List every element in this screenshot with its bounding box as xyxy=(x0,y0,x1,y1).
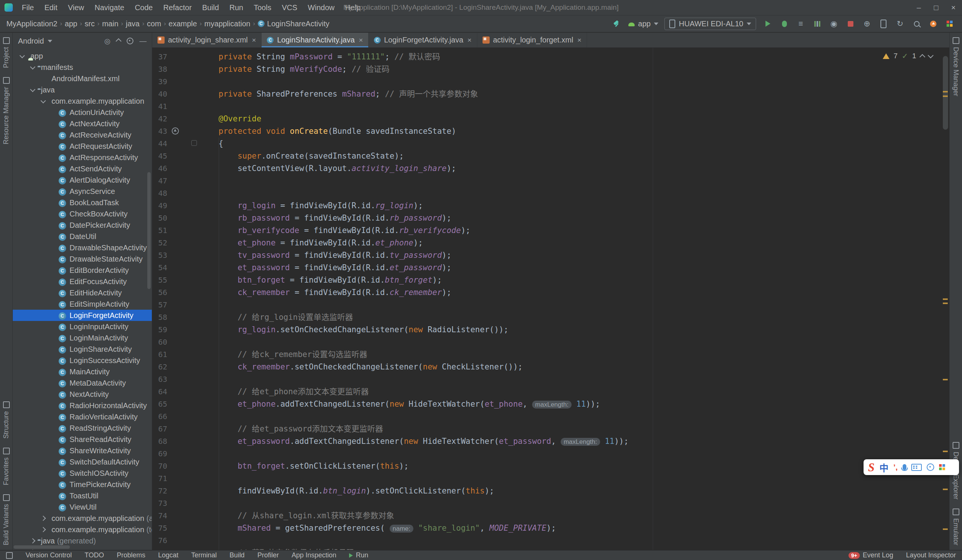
toolbox-icon[interactable] xyxy=(926,463,934,471)
editor-gutter[interactable]: 3738394041424344454647484950515253545556… xyxy=(152,48,200,550)
status-item-terminal[interactable]: Terminal xyxy=(191,551,217,559)
status-item-problems[interactable]: Problems xyxy=(117,551,145,559)
line-number[interactable]: 63 xyxy=(152,373,200,386)
status-item-run[interactable]: Run xyxy=(349,551,368,559)
error-stripe-mark[interactable] xyxy=(943,379,948,380)
tree-item-java[interactable]: java xyxy=(13,84,152,95)
tree-item-radioverticalactivity[interactable]: CRadioVerticalActivity xyxy=(13,411,152,423)
tree-item-toastutil[interactable]: CToastUtil xyxy=(13,490,152,501)
error-stripe-mark[interactable] xyxy=(943,303,948,304)
tab-loginshareactivity-java[interactable]: CLoginShareActivity.java× xyxy=(261,33,369,47)
line-number[interactable]: 56 xyxy=(152,286,200,299)
tree-item-viewutil[interactable]: CViewUtil xyxy=(13,501,152,513)
tree-item-switchdefaultactivity[interactable]: CSwitchDefaultActivity xyxy=(13,456,152,468)
tab-activity-login-share-xml[interactable]: activity_login_share.xml× xyxy=(152,33,261,47)
menu-item-refactor[interactable]: Refactor xyxy=(158,0,197,15)
menu-item-view[interactable]: View xyxy=(63,0,89,15)
tree-item-actsendactivity[interactable]: CActSendActivity xyxy=(13,163,152,174)
stop-icon[interactable] xyxy=(845,18,856,29)
line-number[interactable]: 70 xyxy=(152,460,200,473)
status-item-app-inspection[interactable]: App Inspection xyxy=(292,551,336,559)
tree-item-loginmainactivity[interactable]: CLoginMainActivity xyxy=(13,332,152,344)
error-stripe-mark[interactable] xyxy=(943,489,948,490)
stripe-item-build-variants[interactable]: Build Variants xyxy=(2,494,10,545)
run-icon[interactable] xyxy=(762,18,773,29)
tree-item-actionuriactivity[interactable]: CActionUriActivity xyxy=(13,107,152,118)
breadcrumb-item-src[interactable]: src xyxy=(83,19,97,29)
menu-item-edit[interactable]: Edit xyxy=(39,0,62,15)
tree-item-actnextactivity[interactable]: CActNextActivity xyxy=(13,118,152,129)
status-item-layout-inspector[interactable]: Layout Inspector xyxy=(906,551,956,559)
plugins-icon[interactable] xyxy=(944,18,955,29)
tree-item-java-generated[interactable]: java (generated) xyxy=(13,535,152,547)
sync-icon[interactable]: ↻ xyxy=(894,18,906,29)
error-stripe-mark[interactable] xyxy=(943,95,948,97)
status-item-todo[interactable]: TODO xyxy=(84,551,104,559)
project-view-dropdown[interactable]: Android xyxy=(18,37,44,45)
line-number[interactable]: 47 xyxy=(152,175,200,187)
close-button[interactable]: × xyxy=(945,0,962,15)
hide-panel-icon[interactable]: — xyxy=(139,37,147,45)
line-number[interactable]: 59 xyxy=(152,324,200,336)
line-number[interactable]: 57 xyxy=(152,299,200,311)
line-number[interactable]: 75 xyxy=(152,522,200,534)
maximize-button[interactable]: □ xyxy=(927,0,945,15)
stripe-item-device-manager[interactable]: Device Manager xyxy=(952,37,960,96)
next-warning-icon[interactable] xyxy=(928,52,934,58)
tree-item-asyncservice[interactable]: CAsyncService xyxy=(13,186,152,197)
tree-item-com-example-myapplication[interactable]: com.example.myapplication xyxy=(13,95,152,107)
line-number[interactable]: 48 xyxy=(152,187,200,200)
tree-item-editfocusactivity[interactable]: CEditFocusActivity xyxy=(13,276,152,287)
line-number[interactable]: 69 xyxy=(152,448,200,460)
device-manager-icon[interactable] xyxy=(878,18,889,29)
profile-icon[interactable]: ≡ xyxy=(795,18,806,29)
tree-item-com-example-myapplication-androidtest[interactable]: com.example.myapplication (androidTest) xyxy=(13,513,152,524)
stripe-item-project[interactable]: Project xyxy=(2,37,10,68)
error-stripe-mark[interactable] xyxy=(943,450,948,452)
breadcrumb-item-example[interactable]: example xyxy=(167,19,199,29)
toolwindow-switcher-icon[interactable] xyxy=(6,552,13,559)
stripe-item-resource-manager[interactable]: Resource Manager xyxy=(2,77,10,144)
line-number[interactable]: 66 xyxy=(152,410,200,423)
line-number[interactable]: 68 xyxy=(152,435,200,448)
breadcrumb-item-myapplication2[interactable]: MyApplication2 xyxy=(5,19,60,29)
tree-item-timepickeractivity[interactable]: CTimePickerActivity xyxy=(13,479,152,490)
line-number[interactable]: 62 xyxy=(152,361,200,373)
tree-item-radiohorizontalactivity[interactable]: CRadioHorizontalActivity xyxy=(13,400,152,411)
tree-item-actrequestactivity[interactable]: CActRequestActivity xyxy=(13,140,152,152)
tree-item-logininputactivity[interactable]: CLoginInputActivity xyxy=(13,321,152,332)
line-number[interactable]: 74 xyxy=(152,510,200,522)
app-inspection-icon[interactable]: ◉ xyxy=(828,18,839,29)
breadcrumb-item-main[interactable]: main xyxy=(100,19,120,29)
fold-marker-icon[interactable] xyxy=(191,140,197,146)
overriding-method-gutter-icon[interactable] xyxy=(172,127,179,134)
status-item-version-control[interactable]: Version Control xyxy=(26,551,72,559)
tab-loginforgetactivity-java[interactable]: CLoginForgetActivity.java× xyxy=(369,33,477,47)
tree-item-alertdialogactivity[interactable]: CAlertDialogActivity xyxy=(13,174,152,186)
microphone-icon[interactable] xyxy=(902,464,906,470)
sogou-logo-icon[interactable]: S xyxy=(868,462,875,473)
line-number[interactable]: 67 xyxy=(152,423,200,435)
line-number[interactable]: 51 xyxy=(152,224,200,237)
tree-item-actresponseactivity[interactable]: CActResponseActivity xyxy=(13,152,152,163)
search-everywhere-icon[interactable] xyxy=(911,18,922,29)
line-number[interactable]: 41 xyxy=(152,100,200,113)
tab-close-icon[interactable]: × xyxy=(252,36,256,44)
line-number[interactable]: 72 xyxy=(152,485,200,497)
tree-item-sharereadactivity[interactable]: CShareReadActivity xyxy=(13,434,152,445)
project-scrollbar-horizontal[interactable] xyxy=(13,545,70,549)
status-item-profiler[interactable]: Profiler xyxy=(257,551,279,559)
breadcrumb-item-app[interactable]: app xyxy=(63,19,79,29)
tree-item-sharewriteactivity[interactable]: CShareWriteActivity xyxy=(13,445,152,456)
tree-item-actreceiveactivity[interactable]: CActReceiveActivity xyxy=(13,129,152,140)
tree-item-drawableshapeactivity[interactable]: CDrawableShapeActivity xyxy=(13,242,152,253)
line-number[interactable]: 38 xyxy=(152,63,200,76)
error-stripe-mark[interactable] xyxy=(943,528,948,530)
code-editor[interactable]: 3738394041424344454647484950515253545556… xyxy=(152,48,942,550)
ime-grid-icon[interactable] xyxy=(939,464,945,470)
line-number[interactable]: 45 xyxy=(152,150,200,162)
tab-close-icon[interactable]: × xyxy=(468,36,471,44)
line-number[interactable]: 77 xyxy=(152,547,200,550)
line-number[interactable]: 55 xyxy=(152,274,200,286)
stripe-item-structure[interactable]: Structure xyxy=(2,402,10,439)
